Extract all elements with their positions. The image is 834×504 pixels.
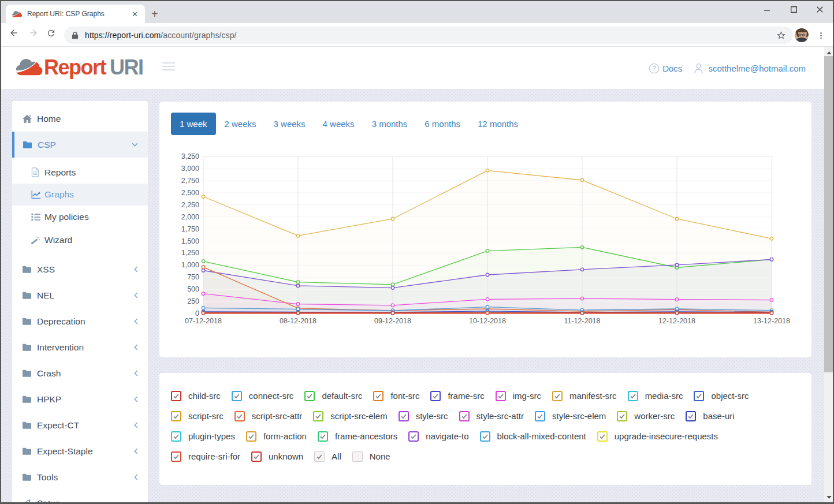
svg-text:3,250: 3,250 — [181, 152, 199, 160]
svg-text:08-12-2018: 08-12-2018 — [280, 317, 317, 325]
svg-text:500: 500 — [187, 285, 199, 293]
svg-text:2,250: 2,250 — [181, 201, 199, 209]
svg-text:2,500: 2,500 — [181, 189, 199, 197]
svg-text:13-12-2018: 13-12-2018 — [753, 317, 790, 325]
svg-text:2,000: 2,000 — [181, 213, 199, 221]
svg-text:09-12-2018: 09-12-2018 — [374, 317, 411, 325]
svg-text:12-12-2018: 12-12-2018 — [658, 317, 695, 325]
svg-text:0: 0 — [195, 309, 199, 318]
svg-text:1,750: 1,750 — [181, 225, 199, 233]
svg-text:3,000: 3,000 — [181, 165, 199, 173]
svg-text:250: 250 — [187, 297, 199, 305]
svg-text:07-12-2018: 07-12-2018 — [185, 317, 222, 325]
svg-text:10-12-2018: 10-12-2018 — [469, 317, 506, 325]
svg-text:1,000: 1,000 — [181, 261, 199, 269]
svg-text:750: 750 — [187, 273, 199, 281]
svg-text:1,250: 1,250 — [181, 249, 199, 257]
svg-text:2,750: 2,750 — [181, 177, 199, 185]
svg-text:11-12-2018: 11-12-2018 — [564, 317, 600, 325]
svg-text:?: ? — [653, 65, 656, 72]
svg-text:1,500: 1,500 — [181, 237, 199, 245]
